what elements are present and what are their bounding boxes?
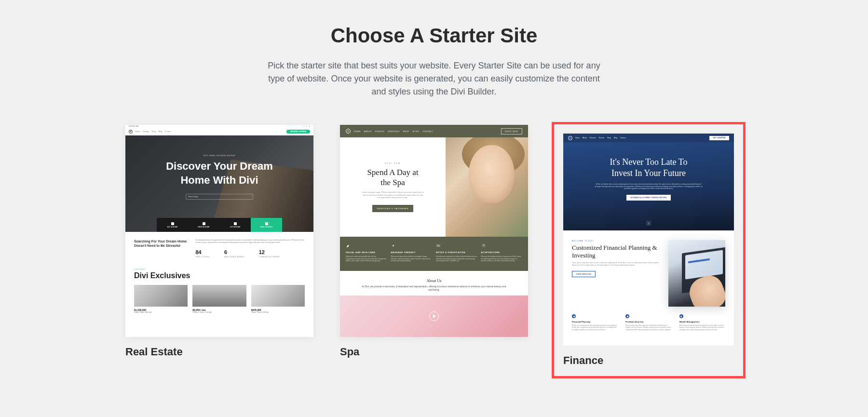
stat-value: 84	[195, 249, 210, 256]
sign-icon	[234, 222, 237, 225]
phone-number: 0123 456 7890	[129, 125, 138, 127]
tab-buy: BUY A HOME	[157, 218, 188, 232]
nav-item: Home	[575, 137, 580, 139]
listing-card: $1,239,0004 Beds, 3 Bath, 2340 Sqft	[134, 285, 188, 313]
lotus-icon	[391, 243, 396, 248]
about-description: At Divi, we provide a sanctuary of relax…	[359, 285, 509, 292]
nav-item: SHOP	[403, 130, 409, 133]
section-title: Divi Exclusives	[134, 271, 305, 280]
nav-item: Blog	[614, 137, 617, 139]
waves-icon	[436, 243, 441, 248]
feature-title: MASSAGE THERAPY	[391, 251, 433, 254]
laptop-image	[668, 240, 725, 307]
column-title: Wealth Management	[679, 321, 725, 323]
feature-title: DETOX & PURIFICATION	[436, 251, 477, 254]
column-title: Financial Planning	[572, 321, 618, 323]
thumbnail-real-estate: 0123 456 7890 f 𝕏 in D Home Listings Sho…	[125, 125, 313, 337]
tab-new: NEW LISTINGS	[251, 218, 282, 232]
column-desc: At Divi, our comprehensive financial pla…	[572, 324, 618, 331]
hero-title-line-2: Invest In Your Future	[610, 168, 687, 179]
section-description: Lorem ipsum consectetur amet sit amet, c…	[572, 262, 660, 266]
mid-description: Our dedicated team of experienced real e…	[195, 239, 305, 244]
page-title: Choose A Starter Site	[0, 24, 868, 47]
slide-pager: 1	[646, 221, 651, 226]
play-icon	[429, 311, 439, 321]
x-icon: 𝕏	[306, 125, 307, 127]
nav-item: Services	[590, 137, 596, 139]
nav-item: HOME	[354, 130, 361, 133]
needle-icon	[481, 243, 486, 248]
nav-item: Service	[599, 137, 604, 139]
section-eyebrow: WELCOME TO DIVI	[572, 240, 660, 242]
mid-heading: Searching For Your Dream Home Doesn't Ne…	[134, 239, 195, 258]
linkedin-icon: in	[309, 125, 310, 127]
house-icon	[203, 222, 205, 225]
nav-item: ABOUT	[364, 130, 372, 133]
stat-value: 12	[259, 249, 280, 256]
listing-meta: 3 Offices, 1 Bath, 3,110 Sqft	[192, 311, 246, 313]
hero-title-line-2: the Spa	[367, 177, 418, 188]
nav-item: About	[583, 137, 587, 139]
column-title: Portfolio Diversity	[625, 321, 671, 323]
tab-list: LIST A HOME	[219, 218, 251, 232]
card-label-spa: Spa	[340, 346, 528, 358]
feature-desc: Discover the healing benefits of acupunc…	[481, 256, 523, 262]
hero-eyebrow: DIVI REAL ESTATE GROUP	[203, 155, 236, 157]
bar-chart-icon	[679, 314, 683, 318]
listing-image	[251, 285, 305, 307]
card-label-finance: Finance	[563, 354, 734, 367]
nav-shop: Shop	[151, 130, 156, 133]
stat-value: 6	[224, 249, 244, 256]
column-desc: We can help ensure the importance of por…	[625, 324, 671, 331]
browse-listings-button: BROWSE LISTINGS	[286, 130, 310, 134]
section-eyebrow: LISTINGS	[134, 269, 305, 270]
nav-item: EVENTS	[375, 130, 384, 133]
listing-card: $645,0002 Beds, 2 Bath, 1230 Sqft	[251, 285, 305, 313]
listing-image	[134, 285, 188, 307]
tab-label: NEW LISTINGS	[260, 226, 272, 228]
pie-chart-icon	[625, 314, 629, 318]
starter-card-real-estate[interactable]: 0123 456 7890 f 𝕏 in D Home Listings Sho…	[125, 125, 313, 376]
feature-desc: Relax your body and mind with our massag…	[391, 256, 433, 262]
search-placeholder: Search Listings	[188, 196, 198, 198]
hero-description: At Divi, we believe that a secure and pr…	[593, 183, 704, 190]
nav-item: Shop	[607, 137, 611, 139]
hero-title-line-1: Spend A Day at	[367, 167, 418, 177]
section-title: Customized Financial Planning & Investin…	[572, 244, 660, 259]
listing-image	[192, 285, 246, 307]
search-icon: ⌕	[250, 196, 251, 198]
feature-desc: Revitalize your body with our detox and …	[436, 256, 477, 262]
hero-title-line-1: Discover Your Dream	[166, 160, 273, 174]
hero-description: Lorem consequat augue. Pharetra eget dol…	[362, 191, 424, 199]
starter-card-finance[interactable]: D Home About Services Service Shop Blog …	[555, 125, 743, 376]
view-services-button: VIEW SERVICES	[572, 271, 596, 277]
schedule-consultation-button: SCHEDULE A FREE CONSULTATION	[626, 195, 671, 201]
listing-card: $8,950 / mo3 Offices, 1 Bath, 3,110 Sqft	[192, 285, 246, 313]
nav-item: Contact	[620, 137, 626, 139]
hero-title-line-2: Home With Divi	[166, 174, 273, 188]
tab-label: LIST A HOME	[230, 226, 241, 228]
star-icon	[265, 222, 268, 225]
facebook-icon: f	[304, 125, 304, 127]
search-input: Search Listings ⌕	[186, 194, 253, 200]
stat-label: OPEN LISTINGS	[195, 256, 210, 258]
nav-home: Home	[135, 130, 140, 133]
starter-card-spa[interactable]: D HOME ABOUT EVENTS SERVICES SHOP BLOG C…	[340, 125, 528, 376]
about-title: About Us	[359, 279, 509, 283]
house-icon	[572, 314, 576, 318]
logo-icon: D	[129, 130, 133, 134]
column-desc: Each Divi personalized wealth management…	[679, 324, 725, 331]
services-button: SERVICES & PACKAGES	[372, 205, 414, 212]
nav-listings: Listings	[143, 130, 149, 133]
nav-item: SERVICES	[388, 130, 399, 133]
thumbnail-finance: D Home About Services Service Shop Blog …	[563, 134, 734, 346]
page-subtitle: Pick the starter site that best suits yo…	[268, 59, 600, 98]
card-label-real-estate: Real Estate	[125, 346, 313, 358]
tab-label: BUY A HOME	[167, 226, 178, 228]
starter-cards-row: 0123 456 7890 f 𝕏 in D Home Listings Sho…	[0, 125, 868, 376]
feature-title: FACIAL AND SKIN CARE	[346, 251, 387, 254]
book-now-button: BOOK NOW	[501, 128, 522, 135]
logo-icon: D	[568, 136, 572, 140]
nav-contact: Contact	[165, 130, 172, 133]
stat-label: COMMUNITIES SERVED	[259, 256, 280, 258]
